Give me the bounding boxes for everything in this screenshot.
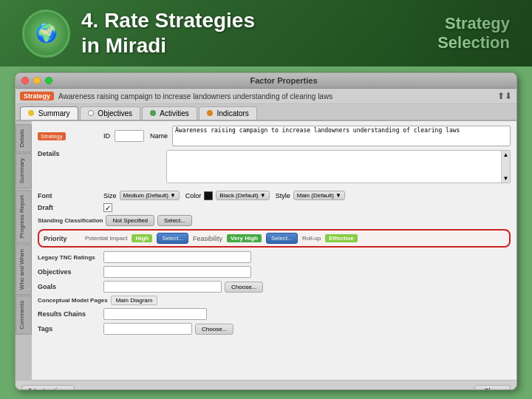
color-select[interactable]: Black (Default) ▼ [216,191,269,200]
instructions-label: Instructions [34,387,68,391]
id-label: ID [103,132,110,140]
font-row: Font Size Medium (Default) ▼ Color Black… [38,191,511,200]
tab-activities[interactable]: Activities [142,106,197,120]
details-scrollbar[interactable]: ▲ ▼ [501,151,510,183]
side-tab-comments[interactable]: Comments [16,296,32,335]
details-label: Details [38,150,100,157]
results-label: Results Chains [38,310,100,318]
side-tab-summary[interactable]: Summary [16,153,32,188]
color-value: Black (Default) [219,192,258,199]
standing-select-btn[interactable]: Select... [157,215,192,226]
objectives-tab-dot [88,110,94,116]
activities-tab-dot [150,110,156,116]
tab-indicators-label: Indicators [217,109,249,117]
title-line2: in Miradi [81,33,255,58]
side-tab-who[interactable]: Who and When [16,244,32,295]
minimize-traffic-light[interactable] [33,77,41,84]
maximize-traffic-light[interactable] [45,77,52,84]
tab-objectives[interactable]: Objectives [80,106,140,120]
objectives-input[interactable] [103,266,251,278]
size-value: Medium (Default) [123,192,168,199]
priority-section: Priority Potential Impact High Select...… [38,229,511,248]
objectives-label: Objectives [38,268,100,276]
tab-summary[interactable]: Summary [20,106,78,120]
high-badge: High [132,234,152,242]
tab-objectives-label: Objectives [98,109,132,117]
tags-label: Tags [38,325,100,332]
header: 🌍 4. Rate Strategies in Miradi Strategy … [0,0,532,66]
bottom-bar: ? Instructions Close [16,380,516,390]
summary-tab-dot [28,110,34,116]
size-label: Size [103,192,117,200]
side-tab-progress[interactable]: Progress Report [16,190,32,243]
body-area: Details Summary Progress Report Who and … [16,121,516,380]
header-title: 4. Rate Strategies in Miradi [81,8,255,58]
feasibility-label: Feasibility [193,235,222,242]
results-input[interactable] [103,308,207,320]
color-swatch [204,191,213,200]
very-high-badge: Very High [227,234,262,242]
conceptual-label: Conceptual Model Pages [38,297,108,304]
factor-window: Factor Properties Strategy Awareness rai… [15,72,517,390]
color-label: Color [185,192,202,200]
window-title: Factor Properties [57,76,511,85]
goals-row: Goals Choose... [38,281,511,293]
name-input[interactable]: Awareness raising campaign to increase l… [172,126,511,146]
goals-input[interactable] [103,281,222,293]
tags-row: Tags Choose... [38,323,511,335]
color-arrow: ▼ [260,192,266,199]
form-area: Strategy ID Name Awareness raising campa… [32,121,516,380]
results-row: Results Chains [38,308,511,320]
choose-tags-label: Choose... [202,326,227,332]
legacy-row: Legacy TNC Ratings [38,251,511,263]
effective-badge: Effective [325,234,357,242]
name-label: Name [150,132,168,140]
window-titlebar: Factor Properties [16,73,516,89]
priority-label: Priority [44,235,81,242]
close-btn[interactable]: Close [474,385,511,391]
goals-label: Goals [38,283,100,290]
potential-impact-label: Potential Impact [85,235,127,242]
select-btn-1[interactable]: Select... [157,233,188,244]
rollup-label: Roll-up [302,235,321,242]
header-left: 🌍 4. Rate Strategies in Miradi [22,8,255,58]
diagram-badge: Main Diagram [111,296,158,305]
size-select[interactable]: Medium (Default) ▼ [120,191,180,200]
strategy-bar: Strategy Awareness raising campaign to i… [16,89,516,104]
size-arrow: ▼ [170,192,176,199]
tags-input[interactable] [103,323,192,335]
instructions-btn[interactable]: ? Instructions [21,385,75,391]
tab-activities-label: Activities [160,109,188,117]
draft-checkbox[interactable]: ✓ [103,203,112,212]
font-label: Font [38,192,100,200]
standing-value-btn[interactable]: Not Specified [106,215,154,226]
indicators-tab-dot [207,110,213,116]
close-btn-label: Close [484,387,501,391]
details-box[interactable]: ▲ ▼ [166,150,511,183]
logo-icon: 🌍 [35,23,58,44]
style-value: Main (Default) [297,192,334,199]
style-arrow: ▼ [335,192,341,199]
tab-indicators[interactable]: Indicators [199,106,257,120]
logo: 🌍 [22,10,70,58]
style-select[interactable]: Main (Default) ▼ [293,191,345,200]
legacy-input[interactable] [103,251,251,263]
choose-goals-btn[interactable]: Choose... [225,282,263,293]
draft-label: Draft [38,204,100,211]
standing-btn-label: Select... [164,217,185,224]
strategy-arrows[interactable]: ⬆⬇ [497,91,512,101]
standing-label: Standing Classification [38,217,103,224]
standing-value: Not Specified [112,217,148,224]
help-icon: ? [28,387,32,391]
side-tab-details[interactable]: Details [16,124,32,152]
legacy-label: Legacy TNC Ratings [38,254,100,261]
tab-bar: Summary Objectives Activities Indicators [16,104,516,121]
main-content: Factor Properties Strategy Awareness rai… [0,66,532,399]
strategy-name-bar: Awareness raising campaign to increase l… [58,92,493,100]
select-btn-2[interactable]: Select... [266,233,298,244]
id-input[interactable] [115,130,144,142]
choose-tags-btn[interactable]: Choose... [195,324,233,335]
strategy-badge-form: Strategy [38,132,66,140]
close-traffic-light[interactable] [21,77,29,84]
side-tabs: Details Summary Progress Report Who and … [16,121,32,380]
